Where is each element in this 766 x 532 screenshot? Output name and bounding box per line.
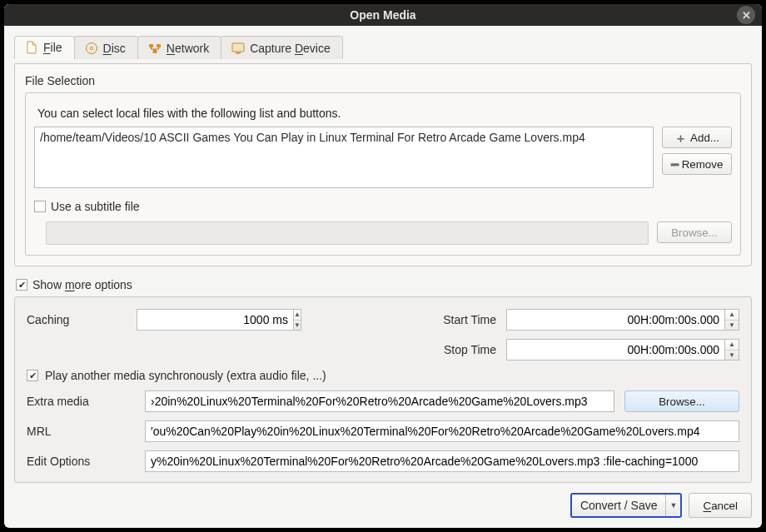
file-list[interactable]: /home/team/Videos/10 ASCII Games You Can… [34, 127, 654, 188]
stop-time-label: Stop Time [430, 343, 496, 356]
start-time-spinbox[interactable]: ▲▼ [506, 309, 739, 331]
file-selection-group: You can select local files with the foll… [25, 92, 741, 256]
tab-disc-label: Disc [103, 42, 126, 55]
chevron-up-icon: ▲ [294, 310, 301, 321]
extra-media-input[interactable] [145, 390, 614, 412]
convert-save-dropdown-toggle[interactable]: ▼ [665, 495, 680, 516]
stop-time-input[interactable] [506, 339, 724, 360]
use-subtitle-checkbox[interactable] [34, 201, 46, 212]
plus-icon: ＋ [674, 132, 687, 144]
edit-options-label: Edit Options [27, 455, 135, 468]
tab-capture-device[interactable]: Capture Device [221, 36, 343, 59]
remove-file-label: Remove [682, 158, 724, 171]
capture-device-icon [231, 42, 245, 55]
mrl-input[interactable] [145, 420, 739, 442]
add-file-label: Add... [690, 132, 719, 144]
tab-disc[interactable]: Disc [74, 36, 138, 59]
edit-options-input[interactable] [145, 450, 739, 472]
svg-rect-5 [232, 43, 244, 52]
play-sync-checkbox[interactable] [27, 370, 38, 381]
caching-spinbox[interactable]: ▲▼ [137, 309, 220, 331]
chevron-down-icon: ▼ [725, 351, 739, 360]
cancel-button[interactable]: Cancel [689, 493, 752, 518]
subtitle-path-input [46, 221, 649, 245]
tab-network-label: Network [167, 42, 209, 55]
file-list-item[interactable]: /home/team/Videos/10 ASCII Games You Can… [40, 131, 648, 144]
caching-label: Caching [27, 313, 127, 326]
remove-file-button[interactable]: ━ Remove [662, 153, 732, 175]
titlebar: Open Media ✕ [4, 4, 762, 26]
tab-capture-label: Capture Device [250, 42, 331, 55]
show-more-options-label: Show more options [32, 278, 132, 291]
chevron-up-icon: ▲ [725, 340, 739, 351]
network-icon [148, 42, 162, 55]
caching-input[interactable] [137, 309, 293, 331]
file-icon [25, 41, 38, 54]
play-sync-label: Play another media synchronously (extra … [45, 369, 326, 382]
tab-file[interactable]: File [14, 36, 75, 59]
dialog-footer: Convert / Save ▼ Cancel [14, 493, 752, 518]
convert-save-button[interactable]: Convert / Save [572, 495, 666, 516]
svg-rect-4 [152, 50, 157, 53]
file-tab-panel: File Selection You can select local file… [14, 63, 752, 266]
svg-rect-3 [157, 44, 161, 47]
open-media-dialog: Open Media ✕ File Disc Network [4, 4, 762, 528]
svg-rect-2 [149, 44, 153, 47]
chevron-down-icon: ▼ [294, 321, 301, 331]
caching-spin-buttons[interactable]: ▲▼ [293, 309, 301, 331]
extra-media-label: Extra media [27, 395, 135, 408]
chevron-up-icon: ▲ [725, 310, 739, 321]
start-time-input[interactable] [506, 309, 724, 331]
more-options-panel: Caching ▲▼ Start Time ▲▼ Stop Time [14, 296, 752, 483]
file-selection-heading: File Selection [25, 74, 741, 87]
show-more-options-checkbox[interactable] [16, 279, 27, 291]
stop-time-spinbox[interactable]: ▲▼ [506, 339, 739, 360]
disc-icon [85, 42, 98, 55]
dialog-content: File Disc Network Capture Device [4, 26, 762, 528]
add-file-button[interactable]: ＋ Add... [662, 127, 732, 148]
extra-media-browse-button[interactable]: Browse... [624, 390, 739, 412]
use-subtitle-label: Use a subtitle file [51, 200, 140, 213]
subtitle-browse-button: Browse... [657, 221, 732, 243]
tab-file-label: File [43, 41, 62, 54]
svg-point-1 [90, 47, 92, 49]
stop-time-spin-buttons[interactable]: ▲▼ [724, 339, 739, 360]
start-time-label: Start Time [430, 313, 496, 326]
mrl-label: MRL [27, 425, 135, 438]
start-time-spin-buttons[interactable]: ▲▼ [724, 309, 739, 331]
tabstrip: File Disc Network Capture Device [14, 36, 752, 59]
window-title: Open Media [350, 8, 415, 22]
window-close-button[interactable]: ✕ [737, 6, 755, 24]
file-selection-hint: You can select local files with the foll… [37, 107, 729, 120]
svg-rect-6 [236, 52, 241, 54]
convert-save-split-button[interactable]: Convert / Save ▼ [570, 493, 683, 518]
minus-icon: ━ [671, 158, 679, 171]
tab-network[interactable]: Network [137, 36, 221, 59]
chevron-down-icon: ▼ [725, 321, 739, 331]
